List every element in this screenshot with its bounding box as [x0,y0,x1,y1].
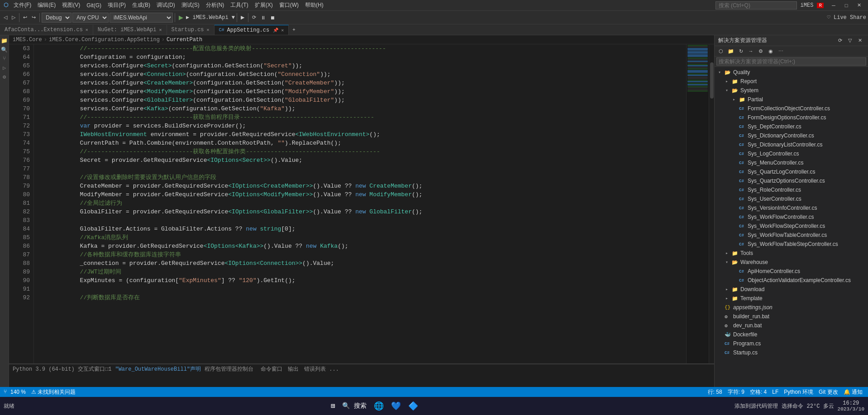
tree-item-8[interactable]: C#Sys_DictionaryListController.cs [715,140,868,149]
se-close-button[interactable]: ✕ [855,37,864,45]
pin-icon[interactable]: 📌 [273,28,278,33]
se-tool-6[interactable]: ◉ [766,47,775,55]
menu-item-window[interactable]: 窗口(W) [277,0,301,10]
menu-item-debug[interactable]: 调试(D) [154,0,178,10]
tree-item-19[interactable]: C#Sys_WorkFlowTableStepController.cs [715,240,868,249]
code-line-66[interactable]: services.Configure<Connection>(configura… [38,70,682,79]
code-line-68[interactable]: services.Configure<ModifyMember>(configu… [38,87,682,96]
toolbar-back-button[interactable]: ◁ [2,12,9,23]
code-line-85[interactable]: //Kafka消息队列 [38,233,682,242]
code-line-67[interactable]: services.Configure<CreateMember>(configu… [38,79,682,87]
taskbar-vs[interactable]: 🔷 [408,401,418,411]
code-line-84[interactable]: GlobalFilter.Actions = GlobalFilter.Acti… [38,225,682,233]
terminal-output[interactable]: 输出 [288,365,299,373]
tree-item-29[interactable]: 🐳Dockerfile [715,330,868,339]
tree-item-3[interactable]: ▸📁Partial [715,95,868,104]
code-line-71[interactable]: //------------------------------获取当前程序目录… [38,113,682,122]
debug-icon[interactable]: ▷ [1,64,8,71]
toolbar-extra-btn1[interactable]: ⟳ [250,12,258,23]
tab-startup[interactable]: Startup.cs ✕ [167,25,215,35]
breadcrumb-root[interactable]: iMES.Core [13,37,42,43]
tree-item-30[interactable]: C#Program.cs [715,339,868,348]
status-encoding[interactable]: LF [770,389,780,395]
menu-item-view[interactable]: 视图(V) [59,0,83,10]
source-control-icon[interactable]: ⑂ [1,55,8,62]
toolbar-extra-btn3[interactable]: ⏹ [268,12,277,23]
status-spaces[interactable]: 空格: 4 [748,388,768,396]
menu-item-project[interactable]: 项目(P) [105,0,129,10]
se-tool-1[interactable]: ⬡ [716,47,725,55]
tree-item-10[interactable]: C#Sys_MenuController.cs [715,158,868,167]
taskbar-source-control[interactable]: 添加到源代码管理 [734,402,778,410]
toolbar-undo-button[interactable]: ↩ [21,12,29,23]
close-button[interactable]: ✕ [854,2,864,9]
explorer-icon[interactable]: 📁 [1,37,8,44]
start-button[interactable]: ▶ [177,12,185,23]
status-git-changes[interactable]: Git 更改 [817,388,840,396]
se-tool-3[interactable]: ↻ [736,47,745,55]
se-search-input[interactable] [716,57,866,66]
code-line-92[interactable]: //判断数据库是否存在 [38,293,682,302]
breadcrumb-current[interactable]: CurrentPath [167,37,202,43]
taskbar-select-cmd[interactable]: 选择命令 [782,402,803,410]
toolbar-extra-btn2[interactable]: ⏸ [259,12,267,23]
breadcrumb-config[interactable]: iMES.Core.Configuration.AppSetting [49,37,160,43]
status-lang[interactable]: Python 环境 [782,388,815,396]
se-tool-4[interactable]: → [746,47,755,55]
tree-item-23[interactable]: C#ObjectActionValidatorExampleController… [715,276,868,285]
tree-item-9[interactable]: C#Sys_LogController.cs [715,149,868,158]
code-line-65[interactable]: services.Configure<Secret>(configuration… [38,61,682,70]
tree-item-17[interactable]: C#Sys_WorkFlowStepController.cs [715,222,868,231]
tree-item-4[interactable]: C#FormCollectionObjectController.cs [715,104,868,113]
se-tool-5[interactable]: ⚙ [756,47,765,55]
tree-item-1[interactable]: ▸📁Report [715,77,868,86]
menu-search-input[interactable] [715,1,797,9]
se-tool-2[interactable]: 📁 [726,47,735,55]
code-line-83[interactable] [38,216,682,225]
code-line-70[interactable]: services.Configure<Kafka>(configuration.… [38,104,682,113]
code-line-87[interactable]: //各种数据库和缓存数据库连接字符串 [38,250,682,259]
tree-item-6[interactable]: C#Sys_DeptController.cs [715,122,868,131]
search-icon[interactable]: 🔍 [1,46,8,53]
code-line-79[interactable]: CreateMember = provider.GetRequiredServi… [38,182,682,190]
tree-item-27[interactable]: ⚙builder_run.bat [715,312,868,321]
code-line-77[interactable] [38,165,682,173]
status-notifications[interactable]: 🔔 通知 [842,388,864,396]
tree-item-16[interactable]: C#Sys_WorkFlowController.cs [715,212,868,222]
tree-item-5[interactable]: C#FormDesignOptionsController.cs [715,113,868,122]
se-sync-button[interactable]: ⟳ [835,37,844,45]
terminal-cmd[interactable]: 命令窗口 [261,365,282,373]
platform-dropdown[interactable]: Any CPU [72,13,109,23]
tree-item-12[interactable]: C#Sys_QuartzOptionsController.cs [715,176,868,185]
scrollbar-thumb[interactable] [710,62,714,99]
tab-nuget[interactable]: NuGet: iMES.WebApi ✕ [93,25,167,35]
taskbar-start[interactable]: ⊞ [331,401,335,410]
menu-item-extensions[interactable]: 扩展(X) [252,0,276,10]
tree-item-22[interactable]: C#ApiHomeController.cs [715,267,868,276]
toolbar-forward-button[interactable]: ▷ [10,12,17,23]
taskbar-browser[interactable]: 🌐 [374,401,384,411]
tab-appsetting-close[interactable]: ✕ [281,28,284,33]
code-line-81[interactable]: //全局过滤行为 [38,199,682,208]
minimize-button[interactable]: ─ [828,2,839,9]
editor-scrollbar[interactable] [709,44,714,363]
code-line-73[interactable]: IWebHostEnvironment environment = provid… [38,130,682,139]
taskbar-vscode[interactable]: 💙 [391,401,401,411]
tree-item-0[interactable]: ▾📂Quality [715,68,868,77]
project-dropdown[interactable]: iMES.WebApi [110,13,173,23]
code-line-69[interactable]: services.Configure<GlobalFilter>(configu… [38,96,682,104]
code-line-89[interactable]: //JWT过期时间 [38,268,682,276]
tab-appsetting[interactable]: C# AppSetting.cs 📌 ✕ [215,25,289,35]
status-col[interactable]: 字符: 9 [726,388,746,396]
se-tool-7[interactable]: ⋯ [776,47,785,55]
tree-item-11[interactable]: C#Sys_QuartzLogController.cs [715,167,868,176]
code-line-78[interactable]: //设置修改或删除时需要设置为默认用户信息的字段 [38,173,682,182]
code-line-76[interactable]: Secret = provider.GetRequiredService<IOp… [38,156,682,165]
tab-nuget-close[interactable]: ✕ [159,27,162,33]
menu-item-help[interactable]: 帮助(H) [302,0,326,10]
tab-afac[interactable]: AfacContа...Extension.cs ✕ [0,25,93,35]
status-warning[interactable]: ⚠ 未找到相关问题 [29,388,77,396]
terminal-errors[interactable]: 错误列表 ... [304,365,339,373]
tree-item-20[interactable]: ▸📁Tools [715,249,868,258]
code-line-88[interactable]: _connection = provider.GetRequiredServic… [38,259,682,268]
